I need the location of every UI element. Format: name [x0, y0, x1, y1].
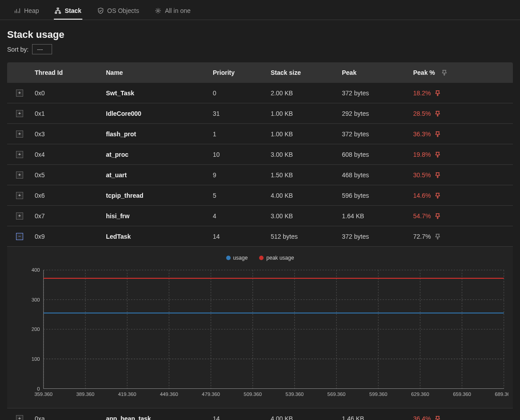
tab-all-in-one[interactable]: All in one: [154, 5, 191, 20]
pin-icon[interactable]: [435, 151, 441, 158]
sort-label: Sort by:: [7, 46, 28, 53]
stack-table: Thread Id Name Priority Stack size Peak …: [7, 62, 513, 247]
table-row: + 0x1 IdleCore000 31 1.00 KB 292 bytes 2…: [7, 103, 513, 124]
tab-label: Stack: [65, 7, 81, 14]
cell-peak-pct: 36.4%: [410, 415, 513, 420]
table-header-row: Thread Id Name Priority Stack size Peak …: [7, 62, 513, 83]
cell-peak-pct: 19.8%: [410, 151, 513, 158]
expand-toggle[interactable]: +: [16, 171, 23, 179]
svg-point-3: [157, 10, 159, 12]
svg-text:419.360: 419.360: [118, 391, 136, 397]
cell-peak-pct: 14.6%: [410, 192, 513, 199]
svg-text:200: 200: [32, 326, 40, 332]
svg-text:569.360: 569.360: [327, 391, 345, 397]
pin-icon[interactable]: [435, 213, 441, 219]
sort-row: Sort by: ---: [0, 44, 520, 62]
tab-label: Heap: [24, 7, 39, 14]
gear-icon: [155, 8, 161, 14]
cell-name: flash_prot: [103, 130, 210, 138]
svg-text:300: 300: [32, 297, 40, 302]
cell-priority: 1: [210, 130, 268, 138]
tab-label: OS Objects: [107, 7, 139, 14]
expand-toggle[interactable]: +: [16, 151, 23, 158]
cell-name: IdleCore000: [103, 110, 210, 117]
cell-stack-size: 3.00 KB: [268, 212, 339, 220]
table-row: + 0x4 at_proc 10 3.00 KB 608 bytes 19.8%: [7, 144, 513, 165]
tab-stack[interactable]: Stack: [54, 5, 82, 20]
cell-stack-size: 1.00 KB: [268, 130, 339, 138]
cell-stack-size: 2.00 KB: [268, 90, 339, 97]
cell-priority: 10: [210, 151, 268, 158]
pin-icon: [441, 69, 447, 76]
svg-text:599.360: 599.360: [369, 391, 387, 397]
legend-peak-usage[interactable]: peak usage: [259, 255, 294, 261]
cell-peak: 1.64 KB: [339, 212, 410, 220]
pin-icon[interactable]: [435, 131, 441, 137]
expand-toggle[interactable]: +: [16, 110, 23, 117]
table-row: + 0x0 Swt_Task 0 2.00 KB 372 bytes 18.2%: [7, 83, 513, 103]
cell-thread-id: 0x5: [32, 171, 103, 179]
cell-peak: 292 bytes: [339, 110, 410, 117]
cell-thread-id: 0x6: [32, 192, 103, 199]
cell-peak-pct: 54.7%: [410, 212, 513, 220]
svg-rect-1: [55, 12, 57, 14]
cell-priority: 5: [210, 192, 268, 199]
tab-heap[interactable]: Heap: [13, 5, 40, 20]
cell-peak: 1.46 KB: [339, 415, 410, 420]
chart-panel: usage peak usage 0100200300400359.360389…: [7, 247, 513, 408]
legend-usage[interactable]: usage: [226, 255, 248, 261]
cell-name: app_heap_task: [103, 415, 210, 420]
cell-peak: 372 bytes: [339, 130, 410, 138]
cell-thread-id: 0x9: [32, 233, 103, 240]
svg-text:659.360: 659.360: [453, 391, 471, 397]
cell-thread-id: 0x1: [32, 110, 103, 117]
pin-icon[interactable]: [435, 192, 441, 199]
tab-bar: Heap Stack OS Objects All in one: [0, 0, 520, 20]
svg-text:389.360: 389.360: [76, 391, 94, 397]
cell-peak-pct: 28.5%: [410, 110, 513, 117]
svg-text:359.360: 359.360: [34, 391, 53, 397]
col-stack-size[interactable]: Stack size: [268, 69, 339, 76]
cell-name: at_proc: [103, 151, 210, 158]
col-thread-id[interactable]: Thread Id: [32, 69, 103, 76]
chart-legend: usage peak usage: [12, 255, 508, 261]
svg-text:689.360: 689.360: [495, 391, 508, 397]
svg-text:400: 400: [32, 267, 40, 273]
cell-thread-id: 0x0: [32, 90, 103, 97]
pin-icon[interactable]: [435, 233, 441, 240]
expand-toggle[interactable]: +: [16, 415, 23, 420]
col-peak-pct[interactable]: Peak %: [410, 69, 513, 76]
expand-toggle[interactable]: −: [16, 233, 23, 240]
pin-icon[interactable]: [435, 416, 441, 420]
pin-icon[interactable]: [435, 110, 441, 117]
table-row: + 0x5 at_uart 9 1.50 KB 468 bytes 30.5%: [7, 165, 513, 185]
col-priority[interactable]: Priority: [210, 69, 268, 76]
cell-stack-size: 512 bytes: [268, 233, 339, 240]
svg-rect-2: [59, 12, 61, 14]
svg-text:509.360: 509.360: [244, 391, 262, 397]
cell-priority: 14: [210, 415, 268, 420]
cell-name: LedTask: [103, 233, 210, 240]
table-row: − 0x9 LedTask 14 512 bytes 372 bytes 72.…: [7, 226, 513, 247]
col-peak[interactable]: Peak: [339, 69, 410, 76]
svg-text:539.360: 539.360: [285, 391, 304, 397]
col-name[interactable]: Name: [103, 69, 210, 76]
pin-icon[interactable]: [435, 90, 441, 96]
pin-icon[interactable]: [435, 172, 441, 178]
cell-thread-id: 0x4: [32, 151, 103, 158]
sort-select[interactable]: ---: [32, 44, 52, 54]
cell-peak: 372 bytes: [339, 90, 410, 97]
cell-thread-id: 0x3: [32, 130, 103, 138]
expand-toggle[interactable]: +: [16, 90, 23, 97]
tab-os-objects[interactable]: OS Objects: [97, 5, 140, 20]
sitemap-icon: [55, 8, 61, 14]
cell-peak-pct: 18.2%: [410, 90, 513, 97]
cell-name: Swt_Task: [103, 90, 210, 97]
cell-stack-size: 4.00 KB: [268, 415, 339, 420]
expand-toggle[interactable]: +: [16, 212, 23, 220]
expand-toggle[interactable]: +: [16, 192, 23, 199]
svg-text:629.360: 629.360: [411, 391, 429, 397]
cell-stack-size: 3.00 KB: [268, 151, 339, 158]
cell-name: at_uart: [103, 171, 210, 179]
expand-toggle[interactable]: +: [16, 130, 23, 138]
